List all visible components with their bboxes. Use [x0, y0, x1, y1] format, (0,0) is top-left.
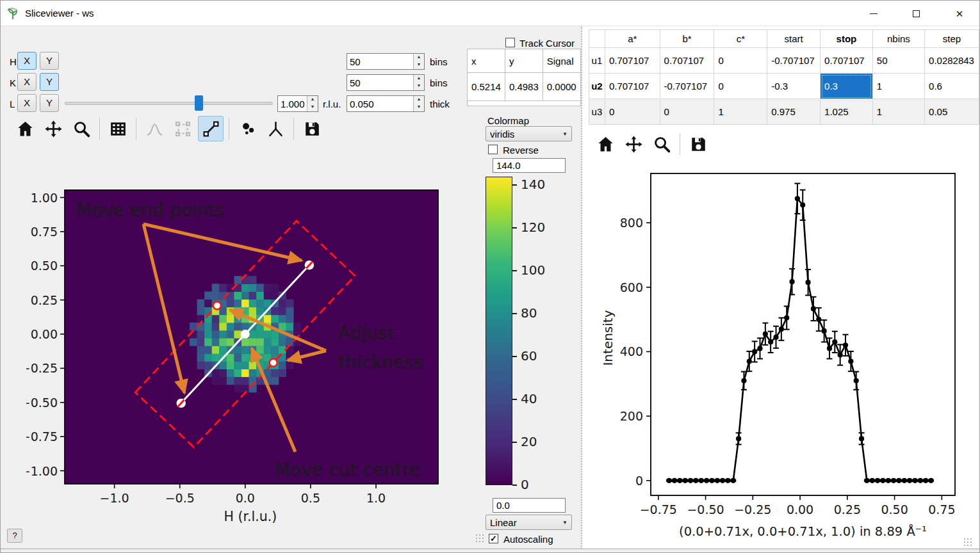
thickness-spinbox[interactable]: ▲▼ [347, 95, 425, 112]
x-bins-spinbox[interactable]: ▲▼ [347, 53, 425, 70]
thickness-input[interactable] [347, 96, 413, 111]
cut-table-column-nbins[interactable]: nbins [872, 30, 924, 48]
cursor-col-signal: Signal [543, 49, 580, 73]
cut-table-column-cstar[interactable]: c* [714, 30, 767, 48]
zoom-button[interactable] [649, 131, 674, 157]
cut-table-cell[interactable]: 0.975 [767, 99, 821, 125]
maximize-button[interactable] [901, 1, 931, 26]
cut-table-cell[interactable]: 0.707107 [605, 74, 660, 99]
title-bar: Sliceviewer - ws ✕ [1, 1, 980, 26]
cut-table-cell[interactable]: 0.707107 [605, 48, 660, 74]
cut-table-cell[interactable]: 1.025 [821, 99, 873, 125]
cut-table-cell[interactable]: 0 [714, 74, 767, 99]
cut-table-row-u3[interactable]: u3 [589, 99, 605, 125]
cut-table-cell[interactable]: 0 [605, 99, 660, 125]
zoom-button[interactable] [69, 116, 94, 141]
save-button[interactable] [685, 131, 711, 157]
colormap-select[interactable]: viridis ▼ [486, 126, 572, 141]
y-tick-label: 200 [620, 409, 643, 423]
cut-table-column-astar[interactable]: a* [605, 30, 660, 48]
data-point [923, 478, 928, 483]
toolbar-separator [293, 118, 294, 140]
pan-button[interactable] [40, 116, 66, 141]
l-slider-handle[interactable] [195, 95, 203, 111]
help-button[interactable]: ? [7, 529, 22, 543]
cut-table-cell[interactable]: 50 [872, 48, 924, 74]
pan-button[interactable] [621, 131, 646, 157]
autoscaling-checkbox[interactable]: ✓ [489, 534, 498, 543]
h-y-button[interactable]: Y [40, 52, 59, 70]
track-cursor-checkbox[interactable] [505, 38, 515, 47]
cut-table-column-stop[interactable]: stop [821, 30, 873, 48]
cut-table-cell[interactable]: -0.707107 [660, 74, 714, 99]
nonorthogonal-axes-button[interactable] [263, 116, 288, 141]
cursor-y-value: 0.4983 [505, 73, 543, 101]
h-x-button[interactable]: X [17, 52, 37, 70]
cut-table-cell[interactable]: 1 [872, 99, 924, 125]
cut-plot[interactable]: −0.75−0.50−0.250.000.250.500.75020040060… [593, 164, 977, 548]
x-bins-input[interactable] [347, 54, 413, 69]
cut-table-cell[interactable]: -0.3 [767, 74, 821, 99]
reverse-checkbox[interactable] [488, 145, 498, 154]
x-tick-label: −1.0 [100, 491, 129, 505]
home-button[interactable] [12, 116, 38, 141]
cut-table-cell[interactable]: 0.05 [925, 99, 979, 125]
home-button[interactable] [592, 131, 618, 157]
l-y-button[interactable]: Y [40, 94, 59, 112]
grid-button[interactable] [105, 116, 131, 141]
save-button[interactable] [299, 116, 325, 141]
y-bins-input[interactable] [347, 75, 413, 90]
l-value-input[interactable] [278, 96, 307, 111]
cut-table-cell[interactable]: 0.0282843 [925, 48, 979, 74]
home-icon [596, 135, 615, 154]
cut-table-cell[interactable]: 1 [714, 99, 767, 125]
k-y-button[interactable]: Y [40, 73, 59, 91]
cut-table-column-start[interactable]: start [767, 30, 821, 48]
peaks-overlay-button[interactable] [234, 116, 260, 141]
cut-table-cell[interactable]: 0.3 [821, 74, 873, 99]
data-point [822, 328, 827, 333]
l-x-button[interactable]: X [17, 94, 37, 112]
colorbar-max-input[interactable] [493, 158, 566, 173]
pan-icon [44, 120, 63, 138]
colorbar-tick-label: 120 [521, 220, 545, 235]
spinner-arrows-icon[interactable]: ▲▼ [413, 96, 424, 111]
data-point [752, 349, 757, 354]
data-point [805, 280, 810, 285]
scale-select[interactable]: Linear ▼ [486, 515, 572, 530]
app-window: Sliceviewer - ws ✕ H X Y K X Y L X Y ▲▼ … [0, 0, 980, 553]
y-bins-spinbox[interactable]: ▲▼ [347, 74, 425, 91]
spinner-arrows-icon[interactable]: ▲▼ [413, 75, 424, 90]
minimize-button[interactable] [859, 1, 888, 26]
line-cut-button[interactable] [198, 116, 224, 141]
slice-plot[interactable]: Move end pointsAdjustthicknessMove cut c… [26, 183, 475, 541]
spinner-arrows-icon[interactable]: ▲▼ [413, 54, 424, 69]
thickness-handle[interactable] [270, 359, 277, 367]
chevron-down-icon: ▼ [562, 131, 568, 137]
cut-table-cell[interactable]: -0.707107 [767, 48, 821, 74]
colorbar[interactable] [486, 177, 512, 485]
size-grip [476, 534, 478, 537]
thickness-handle[interactable] [213, 301, 221, 309]
maximize-icon [913, 10, 920, 17]
l-value-spinbox[interactable]: ▲▼ [277, 95, 318, 112]
colorbar-min-input[interactable] [493, 498, 566, 513]
region-select-button [170, 116, 195, 141]
close-button[interactable]: ✕ [945, 1, 974, 26]
spinner-arrows-icon[interactable]: ▲▼ [307, 96, 318, 111]
cut-table-cell[interactable]: 0 [714, 48, 767, 74]
annotation-adjust-thickness: thickness [338, 352, 423, 373]
panel-splitter[interactable] [581, 26, 582, 549]
cut-table-cell[interactable]: 1 [872, 74, 924, 99]
k-x-button[interactable]: X [17, 73, 37, 91]
cut-centre-handle[interactable] [241, 330, 250, 339]
cut-table-cell[interactable]: 0.707107 [660, 48, 714, 74]
cut-table-column-step[interactable]: step [925, 30, 979, 48]
l-slider[interactable] [65, 102, 273, 105]
cut-table-column-bstar[interactable]: b* [660, 30, 714, 48]
cut-table-row-u1[interactable]: u1 [589, 48, 605, 74]
cut-table-cell[interactable]: 0.707107 [821, 48, 873, 74]
cut-table-cell[interactable]: 0.6 [925, 74, 979, 99]
cut-table-cell[interactable]: 0 [660, 99, 714, 125]
cut-table-row-u2[interactable]: u2 [589, 74, 605, 99]
